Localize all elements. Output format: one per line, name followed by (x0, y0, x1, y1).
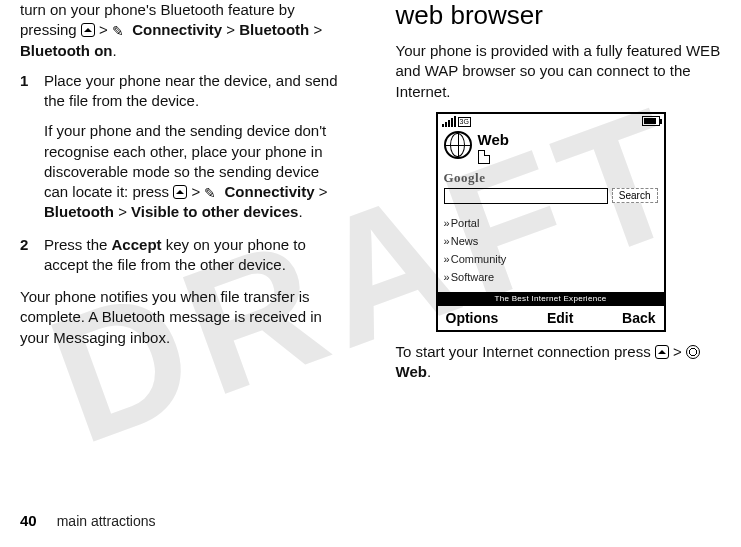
web-intro: Your phone is provided with a fully feat… (396, 41, 722, 102)
nav-connectivity: Connectivity (225, 183, 315, 200)
page-number: 40 (20, 512, 37, 529)
step-1-para-1: Place your phone near the device, and se… (44, 71, 346, 112)
search-row: Search (438, 188, 664, 214)
title-bar: Web (438, 129, 664, 164)
left-column: turn on your phone's Bluetooth feature b… (20, 0, 371, 382)
link-community[interactable]: Community (444, 250, 658, 268)
link-portal[interactable]: Portal (444, 214, 658, 232)
phone-screen-mockup: 3G Web Google Search Portal News (436, 112, 666, 332)
google-row: Google (438, 164, 664, 188)
nav-visible: Visible to other devices (131, 203, 298, 220)
screen-title: Web (478, 131, 509, 148)
home-icon (173, 185, 187, 199)
search-button[interactable]: Search (612, 188, 658, 203)
bluetooth-intro: turn on your phone's Bluetooth feature b… (20, 0, 346, 61)
steps-list: 1 Place your phone near the device, and … (20, 71, 346, 275)
page-footer: 40 main attractions (20, 512, 156, 529)
globe-icon (444, 131, 472, 159)
web-outro-pre: To start your Internet connection press (396, 343, 655, 360)
step-1-para-2: If your phone and the sending device don… (44, 121, 346, 222)
signal-icon (442, 116, 456, 127)
step-2: 2 Press the Accept key on your phone to … (20, 235, 346, 276)
bluetooth-outro: Your phone notifies you when file transf… (20, 287, 346, 348)
document-icon (478, 150, 490, 164)
link-news[interactable]: News (444, 232, 658, 250)
link-list: Portal News Community Software (438, 214, 664, 292)
connectivity-icon (204, 188, 220, 198)
nav-connectivity: Connectivity (132, 21, 222, 38)
home-icon (81, 23, 95, 37)
web-browser-heading: web browser (396, 0, 722, 31)
right-column: web browser Your phone is provided with … (371, 0, 722, 382)
step-2-para: Press the Accept key on your phone to ac… (44, 235, 346, 276)
home-icon (655, 345, 669, 359)
status-bar: 3G (438, 114, 664, 129)
globe-icon-small (686, 345, 700, 359)
step-2-number: 2 (20, 235, 44, 276)
softkey-options[interactable]: Options (446, 310, 499, 326)
nav-bluetooth: Bluetooth (239, 21, 309, 38)
link-software[interactable]: Software (444, 268, 658, 286)
google-logo: Google (444, 170, 486, 185)
softkey-bar: Options Edit Back (438, 305, 664, 330)
battery-icon (642, 116, 660, 126)
nav-web: Web (396, 363, 427, 380)
step-2-pre: Press the (44, 236, 112, 253)
step-1-number: 1 (20, 71, 44, 223)
network-indicator: 3G (458, 117, 471, 127)
nav-bluetooth-on: Bluetooth on (20, 42, 112, 59)
web-outro: To start your Internet connection press … (396, 342, 722, 383)
softkey-edit[interactable]: Edit (547, 310, 573, 326)
nav-bluetooth: Bluetooth (44, 203, 114, 220)
chapter-name: main attractions (57, 513, 156, 529)
connectivity-icon (112, 26, 128, 36)
search-input[interactable] (444, 188, 608, 204)
step-1: 1 Place your phone near the device, and … (20, 71, 346, 223)
accept-key-label: Accept (112, 236, 162, 253)
banner-text: The Best Internet Experience (438, 292, 664, 305)
softkey-back[interactable]: Back (622, 310, 655, 326)
page-content: turn on your phone's Bluetooth feature b… (0, 0, 741, 382)
